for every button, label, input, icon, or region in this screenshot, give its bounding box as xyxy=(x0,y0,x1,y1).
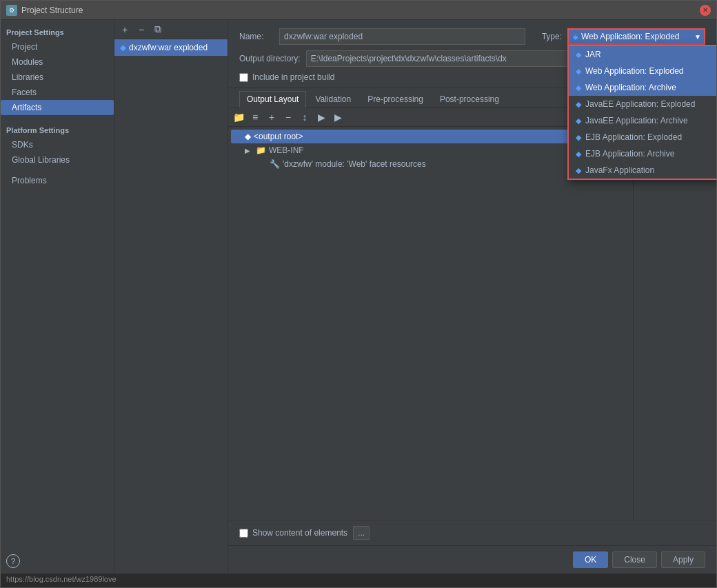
show-content-checkbox[interactable] xyxy=(239,529,248,538)
layout-folder-btn[interactable]: 📁 xyxy=(231,110,246,125)
ejb-exploded-icon: ◆ xyxy=(576,133,581,142)
dropdown-option-ejb-archive-label: EJB Application: Archive xyxy=(585,149,674,159)
name-label: Name: xyxy=(239,32,274,41)
javaee-exploded-icon: ◆ xyxy=(576,100,581,109)
config-area: Name: Type: ◆ Web Application: Exploded … xyxy=(228,20,716,88)
layout-more2-btn[interactable]: ▶ xyxy=(330,110,345,125)
sidebar-item-artifacts[interactable]: Artifacts xyxy=(1,100,114,115)
title-bar: ⚙ Project Structure ✕ xyxy=(1,1,716,20)
panels-row: + − ⧉ ◆ dxzwfw:war exploded Name: Type: xyxy=(114,20,716,574)
main-content: Project Settings Project Modules Librari… xyxy=(1,20,716,574)
web-exploded-icon: ◆ xyxy=(576,67,581,76)
tab-output-layout[interactable]: Output Layout xyxy=(239,91,306,108)
dropdown-option-javaee-exploded[interactable]: ◆ JavaEE Application: Exploded xyxy=(569,96,716,112)
sidebar-item-modules[interactable]: Modules xyxy=(1,54,114,70)
dialog-buttons: OK Close Apply xyxy=(228,545,716,574)
jar-icon: ◆ xyxy=(576,50,581,59)
output-label: Output directory: xyxy=(239,54,301,63)
artifact-name: dxzwfw:war exploded xyxy=(129,43,208,52)
artifact-item[interactable]: ◆ dxzwfw:war exploded xyxy=(114,39,228,56)
web-inf-label: WEB-INF xyxy=(269,145,304,155)
sidebar-item-problems[interactable]: Problems xyxy=(1,173,114,188)
output-root-label: <output root> xyxy=(254,132,303,141)
javafx-icon: ◆ xyxy=(576,166,581,175)
type-icon: ◆ xyxy=(573,33,578,41)
ok-button[interactable]: OK xyxy=(573,551,608,568)
type-value: Web Application: Exploded xyxy=(581,32,680,41)
dots-button[interactable]: ... xyxy=(353,526,370,540)
type-label: Type: xyxy=(542,32,562,41)
tab-validation[interactable]: Validation xyxy=(307,91,358,107)
dropdown-option-ejb-exploded[interactable]: ◆ EJB Application: Exploded xyxy=(569,129,716,145)
type-dropdown-container: ◆ Web Application: Exploded ▼ ◆ JAR xyxy=(567,28,705,45)
sidebar-item-global-libraries[interactable]: Global Libraries xyxy=(1,152,114,168)
copy-artifact-button[interactable]: ⧉ xyxy=(150,22,165,37)
include-in-build-label: Include in project build xyxy=(252,72,334,82)
layout-remove-btn[interactable]: − xyxy=(281,110,296,125)
dropdown-option-web-archive-label: Web Application: Archive xyxy=(585,83,676,92)
layout-list-btn[interactable]: ≡ xyxy=(248,110,263,125)
dropdown-option-javaee-archive[interactable]: ◆ JavaEE Application: Archive xyxy=(569,112,716,129)
sidebar-item-facets[interactable]: Facets xyxy=(1,85,114,100)
module-label: 'dxzwfw' module: 'Web' facet resources xyxy=(283,159,426,169)
artifact-icon: ◆ xyxy=(120,43,126,52)
bottom-bar: Show content of elements ... xyxy=(228,520,716,545)
close-button[interactable]: ✕ xyxy=(700,5,711,16)
dropdown-option-web-archive[interactable]: ◆ Web Application: Archive xyxy=(569,79,716,96)
dropdown-option-javaee-exploded-label: JavaEE Application: Exploded xyxy=(585,99,695,109)
dropdown-option-jar-label: JAR xyxy=(585,50,601,59)
spacer xyxy=(1,115,114,121)
type-dropdown-popup: ◆ JAR ◆ Web Application: Exploded ◆ Web … xyxy=(567,45,716,180)
web-inf-folder-icon: 📁 xyxy=(256,145,266,155)
show-content-label: Show content of elements xyxy=(252,528,347,538)
sidebar-item-libraries[interactable]: Libraries xyxy=(1,70,114,85)
help-button[interactable]: ? xyxy=(6,554,20,568)
ejb-archive-icon: ◆ xyxy=(576,150,581,159)
name-input[interactable] xyxy=(279,28,525,45)
platform-settings-section: Platform Settings xyxy=(1,121,114,137)
content-area: Name: Type: ◆ Web Application: Exploded … xyxy=(228,20,716,574)
remove-artifact-button[interactable]: − xyxy=(134,22,149,37)
artifact-list-panel: + − ⧉ ◆ dxzwfw:war exploded xyxy=(114,20,228,574)
tab-post-processing[interactable]: Post-processing xyxy=(432,91,507,107)
add-artifact-button[interactable]: + xyxy=(117,22,132,37)
include-in-build-checkbox[interactable] xyxy=(239,73,248,82)
sidebar-item-sdks[interactable]: SDKs xyxy=(1,137,114,152)
apply-button[interactable]: Apply xyxy=(661,551,705,568)
output-root-icon: ◆ xyxy=(245,132,251,141)
artifact-toolbar: + − ⧉ xyxy=(114,20,228,39)
dropdown-option-javaee-archive-label: JavaEE Application: Archive xyxy=(585,116,688,125)
web-inf-expand-icon: ▶ xyxy=(245,147,253,154)
dropdown-option-ejb-exploded-label: EJB Application: Exploded xyxy=(585,132,682,142)
sidebar-item-project[interactable]: Project xyxy=(1,39,114,54)
dropdown-option-javafx-label: JavaFx Application xyxy=(585,165,654,175)
dropdown-option-web-exploded-label: Web Application: Exploded xyxy=(585,66,684,76)
show-content-row: Show content of elements xyxy=(239,528,347,538)
module-icon: 🔧 xyxy=(270,159,280,169)
dropdown-arrow-icon: ▼ xyxy=(694,33,701,41)
layout-more-btn[interactable]: ▶ xyxy=(314,110,329,125)
layout-add-btn[interactable]: + xyxy=(264,110,279,125)
dropdown-option-jar[interactable]: ◆ JAR xyxy=(569,46,716,63)
dropdown-option-web-exploded[interactable]: ◆ Web Application: Exploded xyxy=(569,63,716,79)
project-settings-section: Project Settings xyxy=(1,23,114,39)
url-bar: https://blog.csdn.net/wz1989love xyxy=(1,574,716,587)
tab-pre-processing[interactable]: Pre-processing xyxy=(360,91,431,107)
url-text: https://blog.csdn.net/wz1989love xyxy=(6,575,117,583)
type-dropdown[interactable]: ◆ Web Application: Exploded ▼ xyxy=(567,28,705,45)
project-structure-window: ⚙ Project Structure ✕ Project Settings P… xyxy=(0,0,717,588)
sidebar-bottom: ? xyxy=(1,549,114,574)
sidebar: Project Settings Project Modules Librari… xyxy=(1,20,114,574)
spacer2 xyxy=(1,168,114,173)
close-button[interactable]: Close xyxy=(612,551,657,568)
layout-sort-btn[interactable]: ↕ xyxy=(297,110,312,125)
window-icon: ⚙ xyxy=(6,5,17,16)
window-title: Project Structure xyxy=(21,6,700,15)
window-controls: ✕ xyxy=(700,5,711,16)
web-archive-icon: ◆ xyxy=(576,83,581,92)
dropdown-option-ejb-archive[interactable]: ◆ EJB Application: Archive xyxy=(569,145,716,162)
dropdown-option-javafx[interactable]: ◆ JavaFx Application xyxy=(569,162,716,179)
name-row: Name: Type: ◆ Web Application: Exploded … xyxy=(239,28,705,45)
layout-tree: ◆ <output root> ▶ 📁 WEB-INF 🔧 xyxy=(228,127,633,520)
javaee-archive-icon: ◆ xyxy=(576,116,581,125)
